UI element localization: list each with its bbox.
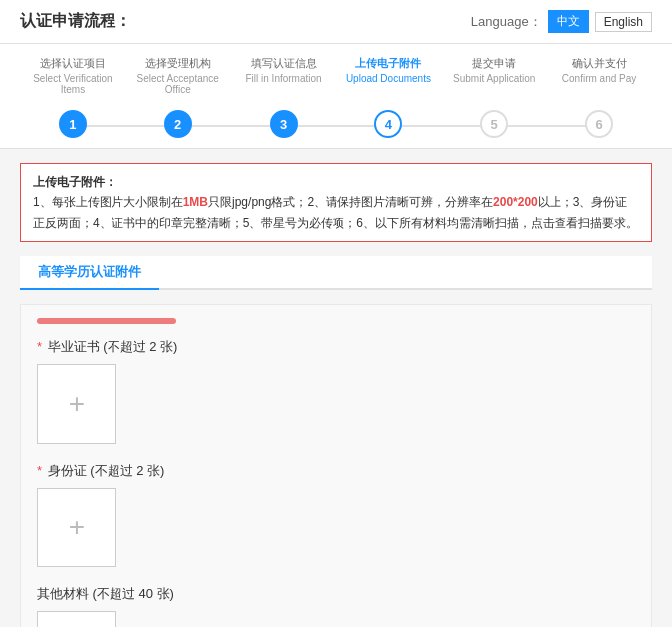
- step-4-en: Upload Documents: [346, 73, 431, 84]
- upload-diploma-plus-icon: +: [69, 388, 85, 420]
- lang-zh-button[interactable]: 中文: [548, 10, 589, 33]
- steps-circles: 1 2 3 4 5 6: [20, 104, 652, 148]
- upload-section: * 毕业证书 (不超过 2 张) + * 身份证 (不超过 2 张) +: [20, 304, 652, 627]
- step-circle-2: 2: [164, 110, 192, 138]
- upload-group-other: 其他材料 (不超过 40 张) +: [37, 585, 635, 627]
- step-3-zh: 填写认证信息: [251, 56, 317, 71]
- other-label-text: 其他材料 (不超过 40 张): [37, 586, 174, 601]
- page-wrapper: 认证申请流程： Language： 中文 English 选择认证项目 Sele…: [0, 0, 672, 627]
- step-6-zh: 确认并支付: [572, 56, 627, 71]
- step-item-6: 确认并支付 Confirm and Pay: [547, 56, 652, 99]
- step-circle-3: 3: [270, 110, 298, 138]
- notice-text: 1、每张上传图片大小限制在1MB只限jpg/png格式；2、请保持图片清晰可辨，…: [33, 195, 638, 229]
- diploma-label-text: 毕业证书 (不超过 2 张): [48, 339, 178, 354]
- upload-group-idcard: * 身份证 (不超过 2 张) +: [37, 462, 635, 567]
- tab-bar: 高等学历认证附件: [20, 256, 652, 290]
- notice-highlight-2: 200*200: [493, 195, 538, 209]
- step-5-en: Submit Application: [453, 73, 535, 84]
- idcard-label-text: 身份证 (不超过 2 张): [48, 463, 165, 478]
- step-item-3: 填写认证信息 Fill in Information: [231, 56, 336, 99]
- step-item-2: 选择受理机构 Select Acceptance Office: [125, 56, 231, 99]
- step-5-zh: 提交申请: [472, 56, 516, 71]
- upload-idcard-plus-icon: +: [69, 512, 85, 543]
- step-6-en: Confirm and Pay: [562, 73, 636, 84]
- step-circle-5: 5: [480, 110, 508, 138]
- main-content: 上传电子附件： 1、每张上传图片大小限制在1MB只限jpg/png格式；2、请保…: [0, 149, 672, 627]
- step-circle-4: 4: [374, 110, 402, 138]
- upload-idcard-label: * 身份证 (不超过 2 张): [37, 462, 635, 480]
- upload-diploma-box[interactable]: +: [37, 364, 116, 444]
- idcard-required-mark: *: [37, 463, 42, 478]
- diploma-required-mark: *: [37, 339, 42, 354]
- step-item-5: 提交申请 Submit Application: [441, 56, 547, 99]
- step-item-4: 上传电子附件 Upload Documents: [336, 56, 441, 99]
- steps-labels: 选择认证项目 Select Verification Items 选择受理机构 …: [20, 56, 652, 99]
- header: 认证申请流程： Language： 中文 English: [0, 0, 672, 44]
- tab-higher-edu[interactable]: 高等学历认证附件: [20, 256, 159, 290]
- notice-highlight-1: 1MB: [183, 195, 208, 209]
- step-circle-1: 1: [59, 110, 87, 138]
- step-3-en: Fill in Information: [246, 73, 322, 84]
- lang-en-button[interactable]: English: [595, 12, 652, 32]
- upload-idcard-box[interactable]: +: [37, 488, 116, 567]
- step-2-zh: 选择受理机构: [145, 56, 211, 71]
- upload-redline-decoration: [37, 318, 176, 324]
- upload-group-diploma: * 毕业证书 (不超过 2 张) +: [37, 338, 635, 444]
- steps-container: 选择认证项目 Select Verification Items 选择受理机构 …: [0, 44, 672, 149]
- step-2-en: Select Acceptance Office: [125, 73, 231, 95]
- language-bar: Language： 中文 English: [471, 10, 652, 33]
- page-title: 认证申请流程：: [20, 11, 131, 32]
- upload-other-box[interactable]: +: [37, 611, 116, 627]
- language-label: Language：: [471, 13, 542, 31]
- upload-diploma-label: * 毕业证书 (不超过 2 张): [37, 338, 635, 356]
- notice-section-label: 上传电子附件：: [33, 175, 116, 189]
- step-item-1: 选择认证项目 Select Verification Items: [20, 56, 125, 99]
- notice-box: 上传电子附件： 1、每张上传图片大小限制在1MB只限jpg/png格式；2、请保…: [20, 163, 652, 242]
- step-1-en: Select Verification Items: [20, 73, 125, 95]
- step-circle-6: 6: [585, 110, 613, 138]
- upload-other-label: 其他材料 (不超过 40 张): [37, 585, 635, 603]
- step-1-zh: 选择认证项目: [40, 56, 106, 71]
- step-4-zh: 上传电子附件: [355, 56, 421, 71]
